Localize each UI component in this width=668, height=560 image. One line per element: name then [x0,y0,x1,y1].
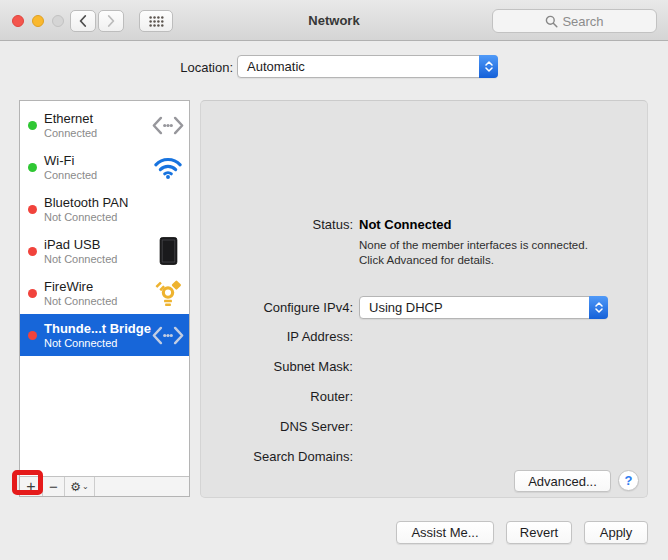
configure-ipv4-row: Configure IPv4: Using DHCP [201,296,608,319]
interface-status: Connected [44,169,149,181]
grid-dots-icon [149,16,164,27]
network-preferences-window: Network Search Location: Automatic Ether… [0,0,668,560]
sidebar-item-wi-fi[interactable]: Wi-Fi Connected [20,146,189,188]
interface-name: FireWire [44,279,149,294]
show-all-button[interactable] [139,10,173,32]
chevron-down-icon: ⌄ [82,482,89,491]
interface-name: Bluetooth PAN [44,195,149,210]
chevron-left-icon [79,15,87,27]
firewire-icon [149,279,187,308]
add-interface-button[interactable]: + [20,477,43,496]
dropdown-stepper-icon [479,55,498,78]
status-dot [28,163,37,172]
router-label: Router: [201,389,353,404]
wifi-icon [149,155,187,180]
interface-status: Not Connected [44,337,149,349]
sidebar-item-ethernet[interactable]: Ethernet Connected [20,104,189,146]
status-dot [28,247,37,256]
status-row: Status: Not Connected [201,217,451,232]
search-placeholder: Search [562,14,603,29]
sidebar-item-firewire[interactable]: FireWire Not Connected [20,272,189,314]
detail-panel: Status: Not Connected None of the member… [200,100,648,498]
dns-server-label: DNS Server: [201,419,353,434]
sidebar-item-ipad-usb[interactable]: iPad USB Not Connected [20,230,189,272]
interface-actions-button[interactable]: ⚙⌄ [65,477,95,496]
apply-button[interactable]: Apply [584,521,648,544]
interface-name: iPad USB [44,237,149,252]
interface-name: Ethernet [44,111,149,126]
traffic-lights [12,15,64,27]
ipad-icon [149,237,187,265]
bluetooth-icon [149,194,187,224]
forward-button[interactable] [98,10,124,32]
close-window-button[interactable] [12,15,24,27]
location-dropdown[interactable]: Automatic [237,55,498,78]
interface-status: Connected [44,127,149,139]
status-dot [28,331,37,340]
nav-buttons [70,10,124,32]
search-domains-label: Search Domains: [201,449,353,464]
interface-status: Not Connected [44,253,149,265]
search-input[interactable]: Search [492,9,657,33]
status-dot [28,205,37,214]
ethernet-icon [149,326,187,345]
interface-list: Ethernet Connected Wi-Fi Connected Bluet… [19,100,190,497]
subnet-mask-label: Subnet Mask: [201,359,353,374]
gear-icon: ⚙ [70,480,81,494]
back-button[interactable] [70,10,96,32]
search-icon [545,15,558,28]
status-help-text: None of the member interfaces is connect… [359,238,588,268]
interface-status: Not Connected [44,211,149,223]
sidebar-item-thunde-t-bridge[interactable]: Thunde...t Bridge Not Connected [20,314,189,356]
assist-me-button[interactable]: Assist Me... [396,521,494,544]
ip-address-label: IP Address: [201,329,353,344]
titlebar: Network Search [0,0,668,41]
interface-name: Thunde...t Bridge [44,321,149,336]
configure-ipv4-label: Configure IPv4: [201,300,353,315]
chevron-right-icon [107,15,115,27]
ethernet-icon [149,116,187,135]
remove-interface-button[interactable]: − [43,477,65,496]
dropdown-stepper-icon [589,296,608,319]
zoom-window-button [52,15,64,27]
status-label: Status: [201,217,353,232]
ip-address-row: IP Address: [201,329,353,344]
advanced-button[interactable]: Advanced... [514,470,611,492]
interface-status: Not Connected [44,295,149,307]
location-value: Automatic [238,56,497,77]
status-value: Not Connected [359,217,451,232]
configure-ipv4-value: Using DHCP [360,297,607,318]
router-row: Router: [201,389,353,404]
help-button[interactable]: ? [618,470,639,491]
revert-button[interactable]: Revert [506,521,572,544]
search-domains-row: Search Domains: [201,449,353,464]
subnet-mask-row: Subnet Mask: [201,359,353,374]
status-dot [28,289,37,298]
configure-ipv4-dropdown[interactable]: Using DHCP [359,296,608,319]
status-dot [28,121,37,130]
interface-list-items: Ethernet Connected Wi-Fi Connected Bluet… [20,101,189,476]
interface-list-footer: + − ⚙⌄ [20,476,189,496]
sidebar-item-bluetooth-pan[interactable]: Bluetooth PAN Not Connected [20,188,189,230]
dns-server-row: DNS Server: [201,419,353,434]
minimize-window-button[interactable] [32,15,44,27]
interface-name: Wi-Fi [44,153,149,168]
location-label: Location: [0,60,233,75]
